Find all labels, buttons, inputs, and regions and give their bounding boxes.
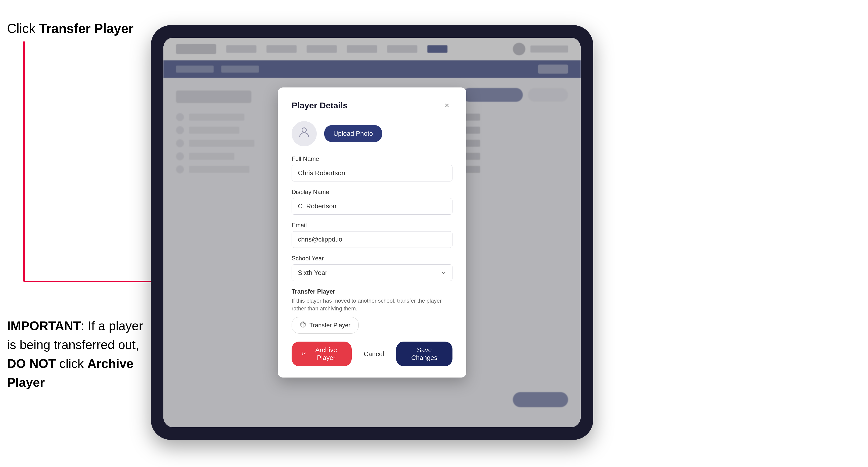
transfer-btn-icon bbox=[300, 321, 306, 329]
instruction-important: IMPORTANT bbox=[7, 319, 81, 333]
save-changes-button[interactable]: Save Changes bbox=[396, 342, 453, 366]
full-name-label: Full Name bbox=[291, 155, 453, 162]
display-name-input[interactable] bbox=[291, 198, 453, 215]
transfer-section: Transfer Player If this player has moved… bbox=[291, 288, 453, 334]
archive-player-button[interactable]: Archive Player bbox=[291, 342, 352, 366]
instruction-top: Click Transfer Player bbox=[7, 20, 133, 37]
instruction-prefix: Click bbox=[7, 21, 39, 36]
player-details-modal: Player Details × bbox=[278, 88, 466, 378]
full-name-input[interactable] bbox=[291, 165, 453, 182]
transfer-player-button[interactable]: Transfer Player bbox=[291, 317, 359, 334]
upload-photo-button[interactable]: Upload Photo bbox=[324, 125, 382, 142]
transfer-section-title: Transfer Player bbox=[291, 288, 453, 295]
avatar-icon bbox=[298, 126, 311, 142]
tablet-device: Player Details × bbox=[151, 25, 593, 440]
modal-title: Player Details bbox=[291, 100, 348, 110]
school-year-group: School Year First Year Second Year Third… bbox=[291, 255, 453, 281]
instruction-do-not: DO NOT bbox=[7, 357, 56, 371]
email-input[interactable] bbox=[291, 231, 453, 248]
modal-close-button[interactable]: × bbox=[441, 100, 453, 111]
school-year-label: School Year bbox=[291, 255, 453, 262]
app-background: Player Details × bbox=[163, 38, 581, 427]
instruction-highlight: Transfer Player bbox=[39, 21, 133, 36]
instruction-text2: click bbox=[56, 357, 87, 371]
modal-footer: Archive Player Cancel Save Changes bbox=[291, 342, 453, 366]
photo-row: Upload Photo bbox=[291, 121, 453, 146]
tablet-screen: Player Details × bbox=[163, 38, 581, 427]
instruction-bottom: IMPORTANT: If a player is being transfer… bbox=[7, 317, 148, 392]
modal-overlay: Player Details × bbox=[163, 38, 581, 427]
modal-header: Player Details × bbox=[291, 100, 453, 111]
archive-icon bbox=[301, 350, 307, 358]
cancel-button[interactable]: Cancel bbox=[357, 346, 391, 363]
display-name-label: Display Name bbox=[291, 188, 453, 195]
school-year-select[interactable]: First Year Second Year Third Year Fourth… bbox=[291, 264, 453, 281]
display-name-group: Display Name bbox=[291, 188, 453, 215]
transfer-section-description: If this player has moved to another scho… bbox=[291, 297, 453, 313]
svg-point-3 bbox=[302, 128, 306, 132]
transfer-btn-label: Transfer Player bbox=[309, 322, 350, 329]
avatar-circle bbox=[291, 121, 317, 146]
full-name-group: Full Name bbox=[291, 155, 453, 182]
email-group: Email bbox=[291, 222, 453, 248]
email-label: Email bbox=[291, 222, 453, 229]
archive-btn-label: Archive Player bbox=[310, 346, 343, 362]
